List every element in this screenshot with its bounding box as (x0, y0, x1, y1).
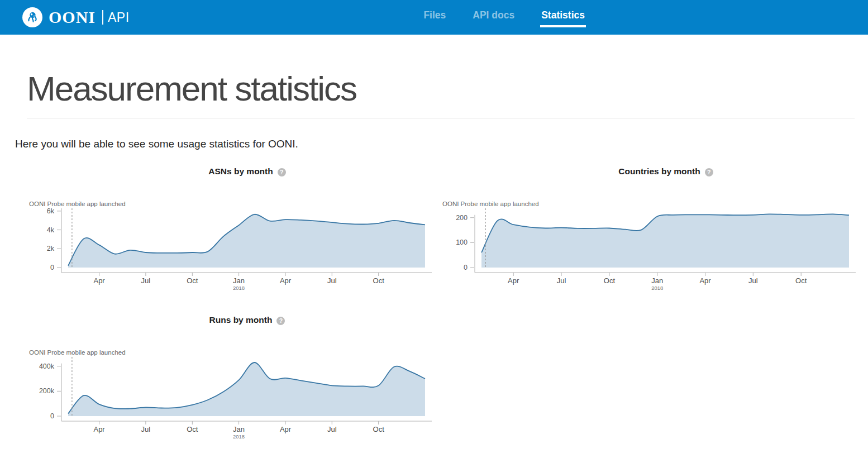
x-tick-label: Jul (141, 425, 151, 433)
x-tick-label: Apr (280, 425, 292, 433)
question-mark-icon[interactable]: ? (705, 168, 713, 176)
page-title: Measurement statistics (0, 69, 868, 108)
countries-chart-title: Countries by month (618, 166, 700, 176)
annotation-label: OONI Probe mobile app launched (29, 349, 126, 356)
y-tick-label: 4k (47, 226, 55, 234)
intro-text: Here you will be able to see some usage … (15, 137, 868, 151)
x-tick-year-label: 2018 (651, 285, 663, 291)
y-tick-label: 100 (456, 238, 468, 246)
asns-by-month-chart: OONI Probe mobile app launched02k4k6kApr… (22, 198, 433, 292)
x-tick-label: Jan (651, 276, 663, 285)
x-tick-label: Oct (373, 425, 385, 433)
y-tick-label: 2k (47, 245, 55, 252)
x-tick-label: Jan (233, 425, 245, 433)
x-tick-label: Oct (795, 276, 807, 285)
nav-statistics[interactable]: Statistics (540, 7, 586, 27)
x-tick-label: Apr (93, 276, 105, 285)
y-tick-label: 0 (50, 264, 54, 271)
question-mark-icon[interactable]: ? (278, 168, 286, 176)
annotation-label: OONI Probe mobile app launched (442, 201, 539, 207)
x-tick-label: Oct (187, 276, 198, 285)
x-tick-label: Jul (141, 276, 151, 285)
runs-chart-title: Runs by month (209, 315, 273, 325)
x-tick-label: Oct (604, 276, 616, 285)
brand-product: API (108, 10, 130, 25)
asns-chart-section: ASNs by month ? OONI Probe mobile app la… (0, 166, 434, 292)
nav-api-docs[interactable]: API docs (471, 7, 516, 27)
x-tick-label: Jul (748, 276, 758, 285)
nav-files[interactable]: Files (422, 7, 447, 27)
x-tick-label: Oct (373, 276, 385, 285)
main-nav: FilesAPI docsStatistics (422, 7, 586, 27)
area-fill (481, 214, 849, 268)
y-tick-label: 0 (464, 264, 468, 271)
app-header: OONI API FilesAPI docsStatistics (0, 0, 868, 35)
area-fill (68, 362, 425, 416)
main-content: Measurement statistics Here you will be … (0, 35, 868, 441)
x-tick-label: Jul (557, 276, 566, 285)
x-tick-label: Jan (233, 276, 245, 285)
logo-separator (102, 10, 103, 25)
title-divider (27, 118, 855, 118)
y-tick-label: 200 (456, 214, 468, 222)
ooni-logo[interactable]: OONI API (22, 7, 130, 27)
asns-chart-title: ASNs by month (208, 166, 273, 176)
countries-by-month-chart: OONI Probe mobile app launched0100200Apr… (436, 198, 857, 292)
ooni-octopus-icon (22, 7, 42, 27)
x-tick-label: Jul (327, 276, 337, 285)
runs-chart-section: Runs by month ? OONI Probe mobile app la… (0, 314, 434, 441)
x-tick-year-label: 2018 (233, 433, 245, 440)
x-tick-label: Jul (327, 425, 337, 433)
y-tick-label: 0 (50, 412, 54, 420)
y-tick-label: 6k (47, 207, 55, 215)
brand-wordmark: OONI (49, 8, 96, 27)
runs-by-month-chart: OONI Probe mobile app launched0200k400kA… (22, 347, 433, 441)
x-tick-label: Apr (508, 276, 519, 285)
x-tick-label: Apr (280, 276, 292, 285)
x-tick-label: Apr (93, 425, 105, 433)
y-tick-label: 400k (39, 362, 55, 370)
x-tick-label: Oct (187, 425, 198, 433)
x-tick-label: Apr (699, 276, 711, 285)
annotation-label: OONI Probe mobile app launched (29, 201, 126, 207)
question-mark-icon[interactable]: ? (276, 317, 285, 325)
y-tick-label: 200k (39, 387, 55, 395)
area-fill (68, 214, 425, 268)
countries-chart-section: Countries by month ? OONI Probe mobile a… (434, 166, 868, 292)
x-tick-year-label: 2018 (233, 285, 245, 291)
charts-grid: ASNs by month ? OONI Probe mobile app la… (0, 166, 868, 441)
